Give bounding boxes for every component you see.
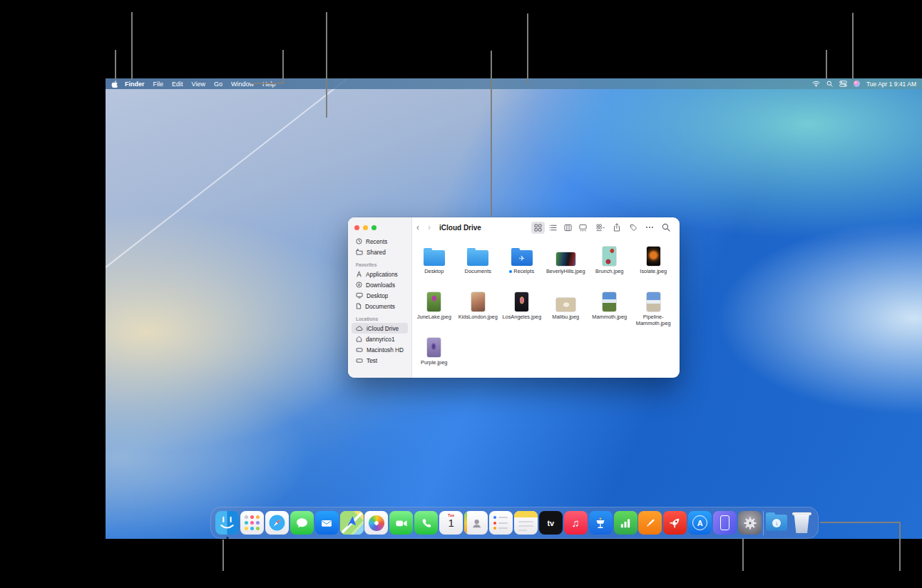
callout-line-desktop bbox=[326, 12, 327, 118]
column-view-button[interactable] bbox=[561, 222, 575, 234]
shared-folder-icon bbox=[356, 249, 363, 255]
spotlight-search-icon[interactable] bbox=[826, 81, 833, 87]
dock-launchpad-icon[interactable] bbox=[240, 511, 264, 535]
forward-button[interactable]: › bbox=[424, 222, 435, 232]
share-icon[interactable] bbox=[611, 222, 623, 233]
dock-mail-icon[interactable] bbox=[315, 511, 339, 535]
sidebar-label: Applications bbox=[366, 271, 398, 278]
sidebar-item-test-drive[interactable]: Test bbox=[352, 355, 408, 366]
file-documents-folder[interactable]: Documents bbox=[456, 243, 501, 289]
menu-file[interactable]: File bbox=[153, 81, 164, 88]
file-label: BeverlyHills.jpeg bbox=[546, 268, 585, 274]
sidebar-item-shared[interactable]: Shared bbox=[352, 247, 408, 257]
sidebar-label: iCloud Drive bbox=[367, 325, 399, 332]
image-thumbnail bbox=[603, 247, 616, 266]
sidebar-section-locations: Locations bbox=[348, 311, 411, 323]
sidebar-item-documents[interactable]: Documents bbox=[352, 301, 408, 311]
file-junelake[interactable]: JuneLake.jpeg bbox=[412, 289, 456, 334]
sidebar-item-icloud-drive[interactable]: iCloud Drive bbox=[352, 323, 408, 334]
wifi-icon[interactable] bbox=[812, 81, 820, 87]
sidebar-item-home[interactable]: dannyrico1 bbox=[352, 334, 408, 344]
dock-contacts-icon[interactable] bbox=[464, 511, 488, 535]
finder-window: Recents Shared Favorites Applications Do… bbox=[348, 217, 680, 378]
dock-keynote-icon[interactable] bbox=[589, 511, 613, 535]
callout-line-trash-v bbox=[899, 522, 901, 571]
sidebar-item-macintosh-hd[interactable]: Macintosh HD bbox=[352, 344, 408, 355]
calendar-day: 1 bbox=[439, 517, 463, 529]
dock-music-icon[interactable]: ♫ bbox=[564, 511, 588, 535]
sidebar-label: Desktop bbox=[367, 292, 388, 299]
siri-icon[interactable] bbox=[854, 81, 860, 87]
dock-trash-icon[interactable] bbox=[790, 511, 814, 535]
dock-notes-icon[interactable] bbox=[514, 511, 538, 535]
airplane-glyph: ✈ bbox=[511, 250, 533, 266]
dock: Tue1 tv ♫ A ↓ bbox=[210, 507, 819, 539]
close-button[interactable] bbox=[354, 225, 359, 230]
callout-line-help-menu-h bbox=[251, 83, 284, 84]
music-note-glyph: ♫ bbox=[572, 517, 580, 529]
sidebar-label: Macintosh HD bbox=[367, 346, 404, 354]
menu-bar-clock[interactable]: Tue Apr 1 9:41 AM bbox=[866, 81, 916, 88]
search-icon[interactable] bbox=[660, 222, 672, 233]
menu-view[interactable]: View bbox=[192, 81, 205, 88]
tags-icon[interactable] bbox=[628, 222, 639, 233]
file-beverlyhills[interactable]: BeverlyHills.jpeg bbox=[544, 243, 588, 289]
file-malibu[interactable]: Malibu.jpeg bbox=[544, 289, 588, 334]
file-isolate[interactable]: Isolate.jpeg bbox=[632, 243, 676, 289]
grouping-button[interactable] bbox=[595, 222, 606, 233]
callout-line-finder-menu bbox=[131, 12, 133, 80]
sidebar-item-desktop[interactable]: Desktop bbox=[352, 290, 408, 301]
minimize-button[interactable] bbox=[363, 225, 368, 230]
dock-messages-icon[interactable] bbox=[290, 511, 314, 535]
help-figure: Finder File Edit View Go Window Help Tue… bbox=[0, 0, 922, 588]
dock-tv-icon[interactable]: tv bbox=[539, 511, 563, 535]
file-pipeline-mammoth[interactable]: Pipeline-Mammoth.jpeg bbox=[632, 289, 676, 334]
dock-photos-icon[interactable] bbox=[364, 511, 388, 535]
file-mammoth[interactable]: Mammoth.jpeg bbox=[588, 289, 632, 334]
file-losangeles[interactable]: LosAngeles.jpeg bbox=[500, 289, 544, 334]
sidebar-item-downloads[interactable]: Downloads bbox=[352, 279, 408, 290]
list-view-button[interactable] bbox=[546, 222, 560, 234]
sidebar-item-applications[interactable]: Applications bbox=[352, 269, 408, 279]
dock-rocket-icon[interactable] bbox=[663, 511, 687, 535]
gallery-view-button[interactable] bbox=[576, 222, 590, 234]
dock-iphone-mirroring-icon[interactable] bbox=[713, 511, 737, 535]
dock-finder-icon[interactable] bbox=[215, 511, 239, 535]
dock-pages-icon[interactable] bbox=[638, 511, 662, 535]
sync-dot bbox=[509, 270, 512, 273]
menu-edit[interactable]: Edit bbox=[172, 81, 183, 88]
image-thumbnail bbox=[427, 338, 441, 357]
dock-calendar-icon[interactable]: Tue1 bbox=[439, 511, 463, 535]
file-purple[interactable]: Purple.jpeg bbox=[412, 334, 456, 378]
file-desktop-folder[interactable]: Desktop bbox=[412, 243, 456, 289]
dock-downloads-folder-icon[interactable]: ↓ bbox=[765, 511, 789, 535]
image-thumbnail bbox=[556, 298, 575, 311]
file-kidslondon[interactable]: KidsLondon.jpeg bbox=[456, 289, 501, 334]
dock-phone-icon[interactable] bbox=[414, 511, 438, 535]
dock-numbers-icon[interactable] bbox=[614, 511, 637, 535]
download-arrow-glyph: ↓ bbox=[772, 519, 781, 527]
menu-finder[interactable]: Finder bbox=[125, 81, 145, 88]
back-button[interactable]: ‹ bbox=[412, 222, 424, 232]
menu-go[interactable]: Go bbox=[214, 81, 222, 88]
callout-line-apple-menu bbox=[115, 50, 116, 80]
dock-app-store-icon[interactable]: A bbox=[688, 511, 712, 535]
file-brunch[interactable]: Brunch.jpeg bbox=[588, 243, 632, 289]
menu-bar: Finder File Edit View Go Window Help Tue… bbox=[106, 78, 922, 89]
callout-line-finder-window bbox=[491, 51, 492, 217]
more-options-icon[interactable] bbox=[644, 222, 655, 233]
file-receipts-folder[interactable]: ✈Receipts bbox=[500, 243, 544, 289]
dock-system-settings-icon[interactable] bbox=[738, 511, 762, 535]
image-thumbnail bbox=[427, 292, 441, 311]
dock-maps-icon[interactable] bbox=[340, 511, 364, 535]
sidebar-item-recents[interactable]: Recents bbox=[352, 236, 408, 247]
apple-menu[interactable] bbox=[111, 80, 118, 88]
image-thumbnail bbox=[556, 252, 575, 266]
icon-view-button[interactable] bbox=[531, 222, 545, 234]
control-center-icon[interactable] bbox=[839, 81, 847, 87]
dock-reminders-icon[interactable] bbox=[489, 511, 513, 535]
zoom-button[interactable] bbox=[372, 225, 377, 230]
dock-facetime-icon[interactable] bbox=[389, 511, 413, 535]
desktop-icon bbox=[356, 292, 363, 299]
dock-safari-icon[interactable] bbox=[265, 511, 289, 535]
